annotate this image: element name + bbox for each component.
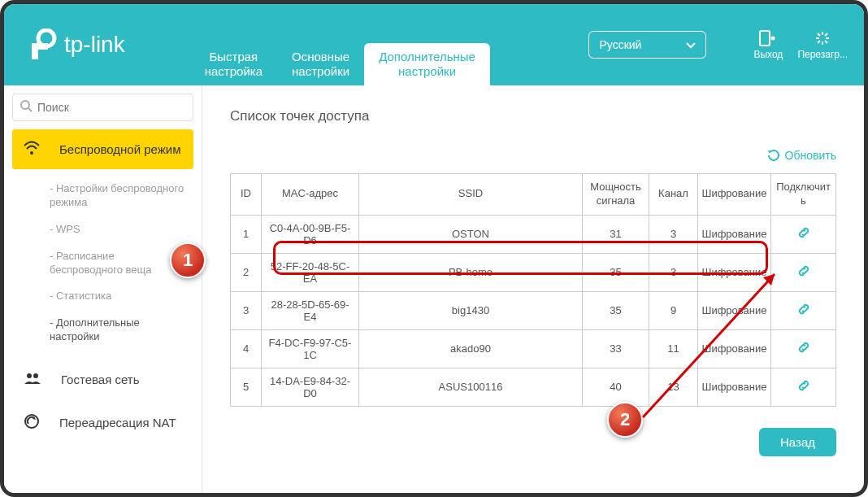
svg-rect-2 — [32, 43, 48, 50]
ap-list-table: ID MAC-адрес SSID Мощность сигнала Канал… — [230, 173, 836, 407]
svg-line-14 — [28, 108, 32, 111]
cell-mac: 28-28-5D-65-69-E4 — [262, 291, 359, 329]
search-icon — [20, 99, 33, 116]
back-button[interactable]: Назад — [759, 428, 836, 456]
main-tabs: Быстраянастройка Основныенастройки Допол… — [190, 4, 589, 85]
cell-id: 2 — [231, 253, 262, 291]
svg-rect-3 — [760, 31, 770, 46]
cell-ssid: akado90 — [359, 329, 583, 368]
tab-quick-setup[interactable]: Быстраянастройка — [190, 43, 277, 85]
sidebar-item-nat[interactable]: Переадресация NAT — [12, 402, 193, 443]
search-input[interactable] — [37, 101, 186, 114]
annotation-badge-2: 2 — [607, 402, 643, 438]
sidebar: Беспроводной режим - Настройки беспровод… — [4, 85, 202, 493]
svg-line-12 — [818, 41, 820, 43]
cell-connect — [771, 368, 836, 406]
cell-ssid: OSTON — [359, 215, 583, 253]
connect-icon[interactable] — [796, 307, 811, 319]
reboot-label: Перезагр... — [797, 49, 848, 60]
cell-signal: 33 — [583, 329, 649, 368]
svg-point-17 — [33, 373, 38, 378]
cell-mac: 52-FF-20-48-5C-EA — [262, 253, 359, 291]
svg-point-4 — [771, 36, 775, 40]
cell-ssid: PB-home — [359, 253, 583, 291]
page-title: Список точек доступа — [230, 108, 836, 124]
cell-mac: F4-DC-F9-97-C5-1C — [262, 329, 359, 368]
cell-signal: 40 — [583, 368, 649, 406]
language-label: Русский — [599, 38, 641, 51]
cell-mac: C0-4A-00-9B-F5-D6 — [262, 215, 359, 253]
refresh-button[interactable]: Обновить — [230, 149, 836, 162]
cell-encryption: Шифрование — [698, 215, 771, 253]
sub-statistics[interactable]: - Статистика — [27, 283, 187, 310]
cell-id: 1 — [231, 215, 262, 253]
svg-point-16 — [27, 373, 32, 378]
col-connect: Подключить — [771, 174, 836, 216]
connect-icon[interactable] — [796, 268, 811, 281]
logo-text: tp-link — [64, 32, 125, 58]
nat-icon — [24, 413, 50, 432]
reboot-button[interactable]: Перезагр... — [797, 30, 848, 60]
sub-wps[interactable]: - WPS — [27, 216, 187, 243]
wifi-icon — [24, 141, 50, 158]
wireless-submenu: - Настройки беспроводного режима - WPS -… — [12, 172, 193, 360]
cell-signal: 35 — [583, 253, 649, 291]
cell-id: 5 — [231, 368, 262, 406]
tab-advanced-settings[interactable]: Дополнительныенастройки — [364, 43, 490, 85]
cell-encryption: Шифрование — [698, 253, 771, 291]
sub-wireless-schedule[interactable]: - Расписание беспроводного веща — [27, 243, 187, 284]
logo: tp-link — [28, 28, 125, 61]
sub-advanced-settings[interactable]: - Дополнительные настройки — [27, 310, 187, 351]
cell-channel: 11 — [649, 329, 698, 368]
header-bar: tp-link Быстраянастройка Основныенастрой… — [4, 4, 864, 85]
cell-encryption: Шифрование — [698, 329, 771, 368]
svg-line-11 — [825, 33, 827, 36]
connect-icon[interactable] — [796, 383, 811, 395]
cell-channel: 13 — [649, 368, 698, 406]
logout-button[interactable]: Выход — [753, 30, 783, 60]
logout-label: Выход — [753, 49, 783, 60]
cell-ssid: ASUS100116 — [359, 368, 583, 406]
cell-channel: 9 — [649, 291, 698, 329]
chevron-down-icon — [686, 38, 696, 51]
cell-encryption: Шифрование — [698, 291, 771, 329]
cell-encryption: Шифрование — [698, 368, 771, 406]
connect-icon[interactable] — [796, 345, 811, 357]
sidebar-item-wireless[interactable]: Беспроводной режим — [12, 129, 193, 169]
table-header-row: ID MAC-адрес SSID Мощность сигнала Канал… — [231, 174, 836, 216]
table-row: 4F4-DC-F9-97-C5-1Cakado903311Шифрование — [231, 329, 836, 368]
svg-line-10 — [825, 41, 827, 43]
table-row: 1C0-4A-00-9B-F5-D6OSTON313Шифрование — [231, 215, 836, 253]
col-signal: Мощность сигнала — [583, 174, 649, 216]
cell-connect — [771, 215, 836, 253]
cell-channel: 3 — [649, 253, 698, 291]
cell-connect — [771, 253, 836, 291]
cell-id: 3 — [231, 291, 262, 329]
cell-signal: 35 — [583, 291, 649, 329]
language-select[interactable]: Русский — [588, 31, 706, 59]
annotation-badge-1: 1 — [170, 242, 206, 278]
cell-ssid: big1430 — [359, 291, 583, 329]
sidebar-item-label: Беспроводной режим — [59, 142, 180, 156]
connect-icon[interactable] — [796, 230, 811, 242]
cell-signal: 31 — [583, 215, 649, 253]
cell-connect — [771, 329, 836, 368]
sidebar-item-label: Переадресация NAT — [59, 416, 176, 429]
cell-mac: 14-DA-E9-84-32-D0 — [262, 368, 359, 406]
cell-connect — [771, 291, 836, 329]
svg-line-9 — [818, 33, 820, 36]
col-id: ID — [231, 174, 262, 216]
svg-point-15 — [30, 151, 33, 155]
sidebar-item-guest[interactable]: Гостевая сеть — [12, 360, 193, 399]
refresh-label: Обновить — [785, 149, 836, 162]
layout: Беспроводной режим - Настройки беспровод… — [4, 85, 864, 493]
sidebar-item-label: Гостевая сеть — [61, 373, 139, 386]
cell-id: 4 — [231, 329, 262, 368]
table-row: 252-FF-20-48-5C-EAPB-home353Шифрование — [231, 253, 836, 291]
sub-wireless-settings[interactable]: - Настройки беспроводного режима — [27, 176, 187, 216]
col-encryption: Шифрование — [698, 174, 771, 216]
logo-icon — [28, 28, 58, 61]
guests-icon — [24, 372, 51, 387]
tab-basic-settings[interactable]: Основныенастройки — [277, 43, 364, 85]
search-box[interactable] — [12, 94, 193, 121]
